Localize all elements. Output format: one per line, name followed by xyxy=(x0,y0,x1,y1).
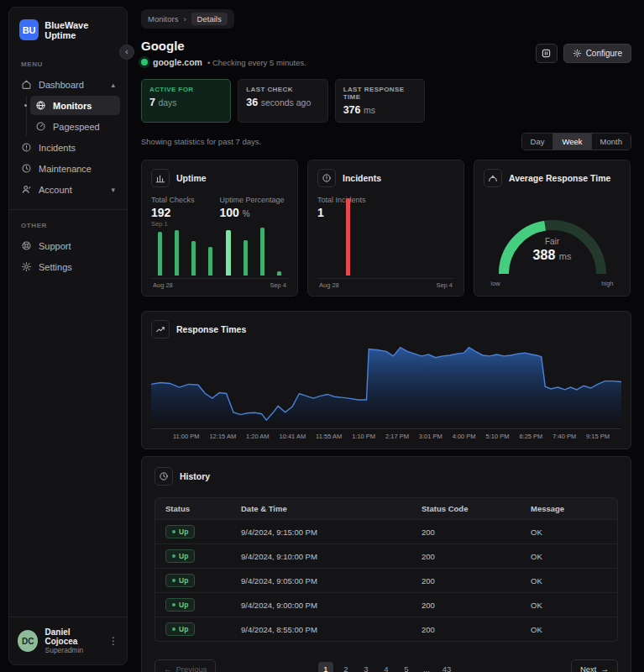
x-tick-label: 1:10 PM xyxy=(352,433,375,440)
history-table: Status Date & Time Status Code Message U… xyxy=(154,497,618,642)
lifebuoy-icon xyxy=(21,240,32,251)
previous-button[interactable]: ← Previous xyxy=(154,659,216,672)
gauge-high-label: high xyxy=(601,280,613,287)
sidebar-item-label: Settings xyxy=(39,262,72,272)
status-dot xyxy=(172,627,175,631)
gauge-icon xyxy=(484,169,502,187)
x-tick-label: 5:10 PM xyxy=(486,433,510,440)
x-tick-label: 1:20 AM xyxy=(246,433,270,440)
toggle-day[interactable]: Day xyxy=(522,134,554,150)
breadcrumb-monitors[interactable]: Monitors xyxy=(148,14,178,24)
incidents-bar-chart[interactable] xyxy=(317,198,454,276)
table-row[interactable]: Up 9/4/2024, 8:55:00 PM 200 OK xyxy=(155,617,617,642)
table-header-row: Status Date & Time Status Code Message xyxy=(155,498,617,520)
uptime-bar[interactable] xyxy=(158,232,162,276)
sidebar-item-account[interactable]: Account ▾ xyxy=(16,180,120,199)
table-row[interactable]: Up 9/4/2024, 9:10:00 PM 200 OK xyxy=(155,544,617,569)
table-row[interactable]: Up 9/4/2024, 9:00:00 PM 200 OK xyxy=(155,593,617,617)
globe-icon xyxy=(35,100,46,111)
previous-label: Previous xyxy=(176,664,207,672)
kebab-icon[interactable]: ⋮ xyxy=(108,635,118,647)
sidebar-item-label: Pagespeed xyxy=(53,122,100,132)
response-times-card: Response Times 11:00 PM12:15 AM1:20 AM10… xyxy=(141,311,631,449)
menu-section-label: MENU xyxy=(9,49,127,73)
stat-active-for: ACTIVE FOR 7 days xyxy=(141,79,231,123)
toggle-week[interactable]: Week xyxy=(553,134,591,150)
sidebar-item-incidents[interactable]: Incidents xyxy=(16,138,120,157)
col-code: Status Code xyxy=(411,498,521,520)
page-button[interactable]: 1 xyxy=(318,662,333,672)
cell-message: OK xyxy=(521,593,617,617)
clock-icon xyxy=(21,163,32,174)
stat-value: 7 xyxy=(149,97,155,108)
page-button[interactable]: 5 xyxy=(399,662,414,672)
gauge-value: 388 xyxy=(533,248,556,262)
alert-circle-icon xyxy=(317,169,336,187)
user-card[interactable]: DC Daniel Cojocea Superadmin ⋮ xyxy=(9,617,127,664)
next-button[interactable]: Next → xyxy=(571,659,618,672)
response-times-chart[interactable] xyxy=(151,344,621,422)
total-checks-label: Total Checks xyxy=(151,196,220,204)
uptime-pct-unit: % xyxy=(243,209,250,218)
page-button[interactable]: 2 xyxy=(338,662,353,672)
uptime-bar[interactable] xyxy=(260,228,264,276)
page-button[interactable]: 43 xyxy=(439,662,454,672)
sidebar-item-settings[interactable]: Settings xyxy=(16,257,120,276)
status-badge: Up xyxy=(165,622,195,636)
page-button[interactable]: 3 xyxy=(359,662,374,672)
sidebar-collapse-button[interactable]: ‹ xyxy=(119,45,134,60)
uptime-card: Uptime Total Checks 192 Sep 1 Uptime Per… xyxy=(141,160,298,297)
cell-message: OK xyxy=(521,617,617,642)
sidebar-item-support[interactable]: Support xyxy=(16,236,120,255)
configure-button[interactable]: Configure xyxy=(563,44,631,63)
home-icon xyxy=(21,79,32,90)
bar-chart-icon xyxy=(151,169,170,187)
uptime-bar[interactable] xyxy=(191,241,196,276)
cell-message: OK xyxy=(521,569,617,593)
uptime-bar[interactable] xyxy=(208,247,212,276)
cell-code: 200 xyxy=(411,593,521,617)
pause-button[interactable] xyxy=(536,44,558,63)
status-badge: Up xyxy=(165,574,195,587)
history-icon xyxy=(154,467,173,486)
cell-code: 200 xyxy=(411,617,521,642)
avg-response-card: Average Response Time Fair 388 ms low hi… xyxy=(474,160,631,297)
x-tick-label: 2:17 PM xyxy=(385,433,409,440)
breadcrumb: Monitors › Details xyxy=(141,9,234,29)
logo-icon: BU xyxy=(19,19,39,40)
col-datetime: Date & Time xyxy=(231,498,411,520)
stat-last-check: LAST CHECK 36 seconds ago xyxy=(238,79,327,123)
page-button[interactable]: 4 xyxy=(379,662,394,672)
uptime-bar[interactable] xyxy=(243,240,248,276)
uptime-bar[interactable] xyxy=(175,230,179,276)
x-tick-label: 9:15 PM xyxy=(586,433,610,440)
incident-bar[interactable] xyxy=(346,198,350,276)
status-dot xyxy=(172,554,175,558)
uptime-bar[interactable] xyxy=(226,230,231,276)
sidebar-item-maintenance[interactable]: Maintenance xyxy=(16,159,120,178)
x-tick-label: 6:25 PM xyxy=(519,433,542,440)
gauge-status: Fair xyxy=(490,237,615,246)
uptime-bar[interactable] xyxy=(277,271,281,276)
alert-circle-icon xyxy=(21,142,32,153)
uptime-pct-value: 100 xyxy=(220,206,239,219)
main-content: Monitors › Details Google google.com • C… xyxy=(141,7,631,672)
chevron-down-icon[interactable]: ▾ xyxy=(111,186,115,194)
table-row[interactable]: Up 9/4/2024, 9:15:00 PM 200 OK xyxy=(155,520,617,544)
x-axis-end: Sep 4 xyxy=(270,281,286,289)
breadcrumb-details[interactable]: Details xyxy=(191,13,228,25)
incidents-card: Incidents Total Incidents 1 Aug 28 Sep 4 xyxy=(307,160,464,297)
toggle-month[interactable]: Month xyxy=(592,134,631,150)
status-dot xyxy=(172,530,175,533)
sidebar-item-pagespeed[interactable]: Pagespeed xyxy=(30,117,120,136)
sidebar-item-monitors[interactable]: Monitors xyxy=(30,96,120,115)
stat-unit: seconds ago xyxy=(261,97,312,108)
uptime-pct-label: Uptime Percentage xyxy=(220,196,289,204)
table-row[interactable]: Up 9/4/2024, 9:05:00 PM 200 OK xyxy=(155,569,617,593)
uptime-bar-chart[interactable] xyxy=(151,218,288,276)
chevron-up-icon[interactable]: ▴ xyxy=(111,81,115,89)
stat-value: 36 xyxy=(246,97,258,108)
status-badge: Up xyxy=(165,525,195,538)
cell-datetime: 9/4/2024, 8:55:00 PM xyxy=(231,617,411,642)
sidebar-item-dashboard[interactable]: Dashboard ▴ xyxy=(16,75,120,94)
